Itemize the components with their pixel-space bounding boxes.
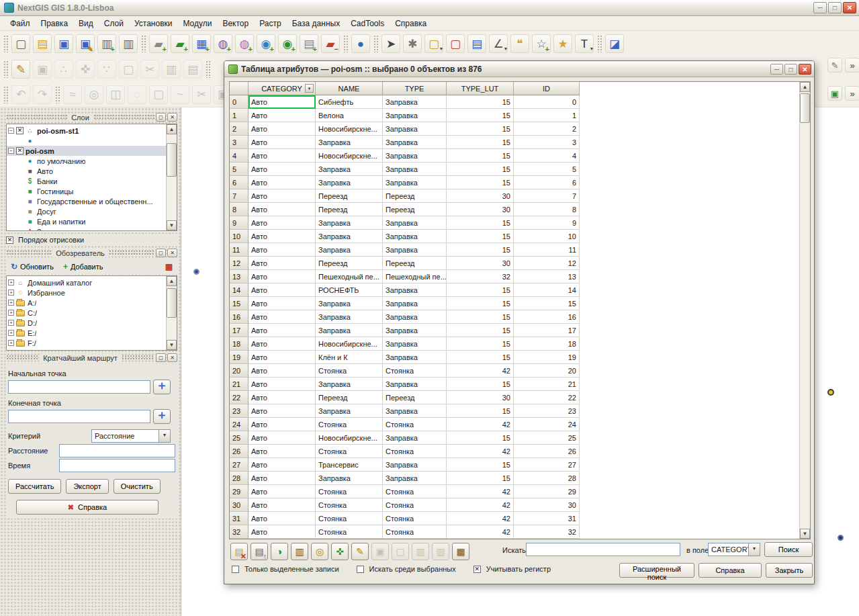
start-point-input[interactable] <box>8 380 150 394</box>
cell[interactable]: 15 <box>514 297 580 310</box>
row-header[interactable]: 1 <box>230 109 248 122</box>
cell[interactable]: Стоянка <box>316 498 383 512</box>
panel-drag-handle[interactable] <box>6 355 39 361</box>
layer-visibility-checkbox[interactable] <box>16 147 24 155</box>
cell[interactable]: 28 <box>514 472 580 485</box>
cell[interactable]: Авто <box>248 525 316 539</box>
composer-manager-icon[interactable]: ▥ <box>119 34 138 53</box>
open-attribute-table-icon[interactable]: ▤ <box>467 34 486 53</box>
cell[interactable]: Авто <box>248 391 316 404</box>
cell[interactable]: Заправка <box>316 378 383 391</box>
export-button[interactable]: Экспорт <box>66 479 108 494</box>
table-row[interactable]: 5АвтоЗаправкаЗаправка155 <box>230 163 799 176</box>
row-header[interactable]: 27 <box>230 458 248 472</box>
column-header-type_lut[interactable]: TYPE_LUT <box>447 82 514 95</box>
case-sensitive-checkbox[interactable]: Учитывать регистр <box>473 565 551 573</box>
python-console-icon[interactable]: ● <box>351 34 370 53</box>
cell[interactable]: Стоянка <box>383 485 447 498</box>
cell[interactable]: Авто <box>248 498 316 512</box>
cell[interactable]: Переезд <box>383 203 447 216</box>
refresh-button[interactable]: ↻ Обновить <box>6 262 58 271</box>
cell[interactable]: 15 <box>447 163 514 176</box>
cell[interactable]: Авто <box>248 176 316 189</box>
toggle-editing-icon[interactable]: ✎ <box>11 60 30 79</box>
add-delimited-text-layer-icon[interactable]: ▤+ <box>300 34 318 53</box>
scroll-down-icon[interactable]: ▼ <box>167 340 177 350</box>
table-scrollbar[interactable]: ▲ ▼ <box>799 82 810 539</box>
cell[interactable]: 15 <box>447 283 514 297</box>
dialog-close-button[interactable] <box>799 64 811 75</box>
cell[interactable]: 23 <box>514 404 580 418</box>
scroll-down-icon[interactable]: ▼ <box>800 529 810 539</box>
cell[interactable]: 30 <box>447 391 514 404</box>
table-row[interactable]: 29АвтоСтоянкаСтоянка4229 <box>230 485 799 498</box>
move-selection-to-top-icon[interactable]: ▤↑ <box>251 543 268 560</box>
row-header[interactable]: 31 <box>230 512 248 525</box>
map-settings-icon[interactable]: ✱ <box>403 34 422 53</box>
table-row[interactable]: 24АвтоСтоянкаСтоянка4224 <box>230 418 799 431</box>
search-in-selected-checkbox-box[interactable] <box>357 566 364 573</box>
row-header[interactable]: 20 <box>230 364 248 378</box>
search-input[interactable] <box>526 543 680 556</box>
time-field[interactable] <box>59 459 175 472</box>
table-row[interactable]: 20АвтоСтоянкаСтоянка4220 <box>230 364 799 378</box>
layers-scrollbar[interactable]: ▲ ▼ <box>166 124 177 230</box>
table-row[interactable]: 26АвтоСтоянкаСтоянка4226 <box>230 445 799 458</box>
table-row[interactable]: 3АвтоЗаправкаЗаправка153 <box>230 136 799 149</box>
table-row[interactable]: 32АвтоСтоянкаСтоянка4232 <box>230 525 799 539</box>
panel-drag-handle[interactable] <box>6 250 52 256</box>
zoom-to-selection-icon[interactable]: ◎ <box>311 543 328 560</box>
maximize-button[interactable] <box>828 2 842 13</box>
cell[interactable]: 15 <box>447 310 514 324</box>
cell[interactable]: 42 <box>447 445 514 458</box>
cell[interactable]: Стоянка <box>316 445 383 458</box>
row-header[interactable]: 7 <box>230 189 248 203</box>
table-row[interactable]: 10АвтоЗаправкаЗаправка1510 <box>230 230 799 243</box>
cell[interactable]: Заправка <box>316 163 383 176</box>
legend-health[interactable]: ✚Здравоохранение <box>7 226 166 230</box>
cell[interactable]: Авто <box>248 378 316 391</box>
expander-icon[interactable]: + <box>8 279 14 285</box>
cell[interactable]: 15 <box>447 351 514 364</box>
cell[interactable]: 9 <box>514 216 580 230</box>
cell[interactable]: Заправка <box>316 216 383 230</box>
cell[interactable]: 42 <box>447 498 514 512</box>
browser-panel-float-button[interactable] <box>156 249 166 257</box>
table-row[interactable]: 11АвтоЗаправкаЗаправка1511 <box>230 243 799 257</box>
cell[interactable]: 1 <box>514 109 580 122</box>
cell[interactable]: 30 <box>447 189 514 203</box>
cell[interactable]: 15 <box>447 243 514 257</box>
cell[interactable]: Трансервис <box>316 458 383 472</box>
new-print-composer-icon[interactable]: ▥+ <box>97 34 116 53</box>
cell[interactable]: 16 <box>514 310 580 324</box>
unselect-all-icon[interactable]: ▤✕ <box>230 543 248 560</box>
new-shapefile-layer-icon[interactable]: ▰+ <box>149 34 168 53</box>
cell[interactable]: Новосибирскне... <box>316 122 383 136</box>
cell[interactable]: Авто <box>248 163 316 176</box>
table-row[interactable]: 1АвтоВелонаЗаправка151 <box>230 109 799 122</box>
scroll-up-icon[interactable]: ▲ <box>167 124 177 134</box>
invert-selection-icon[interactable]: ◑ <box>271 543 288 560</box>
cell[interactable]: 15 <box>447 404 514 418</box>
new-project-icon[interactable]: ▢ <box>11 34 30 53</box>
route-help-button[interactable]: ✖ Справка <box>16 500 159 515</box>
layer-symbol-item[interactable]: ● <box>7 136 166 146</box>
row-header[interactable]: 5 <box>230 163 248 176</box>
cell[interactable]: Заправка <box>383 216 447 230</box>
panel-drag-handle[interactable] <box>6 114 67 120</box>
clear-button[interactable]: Очистить <box>114 479 161 494</box>
cell[interactable]: Заправка <box>383 243 447 257</box>
route-panel-close-button[interactable] <box>167 353 177 362</box>
expander-icon[interactable]: − <box>8 148 14 154</box>
cell[interactable]: 7 <box>514 189 580 203</box>
table-row[interactable]: 7АвтоПереездПереезд307 <box>230 189 799 203</box>
cell[interactable]: Авто <box>248 230 316 243</box>
cell[interactable]: 30 <box>514 498 580 512</box>
select-features-icon[interactable]: ▢▾ <box>424 34 443 53</box>
row-header[interactable]: 18 <box>230 337 248 351</box>
cell[interactable]: Стоянка <box>316 512 383 525</box>
row-header[interactable]: 23 <box>230 404 248 418</box>
cell[interactable]: 15 <box>447 176 514 189</box>
cell[interactable]: 29 <box>514 485 580 498</box>
overflow-chevron-icon[interactable]: » <box>845 86 859 101</box>
